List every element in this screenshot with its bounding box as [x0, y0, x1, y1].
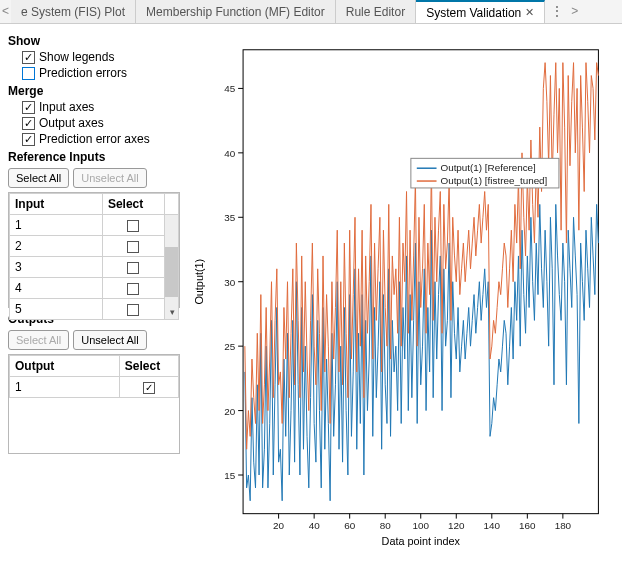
output-axes-checkbox[interactable] — [22, 117, 35, 130]
outputs-select-all-button: Select All — [8, 330, 69, 350]
output-chart: 1520253035404520406080100120140160180Dat… — [188, 32, 614, 565]
ref-inputs-table: Input Select 1▾ 2 3 4 5 — [8, 192, 180, 308]
ref-inputs-select-all-button[interactable]: Select All — [8, 168, 69, 188]
svg-text:15: 15 — [224, 470, 235, 481]
tab-label: System Validation — [426, 6, 521, 20]
input-axes-checkbox[interactable] — [22, 101, 35, 114]
prediction-errors-label: Prediction errors — [39, 66, 127, 80]
pred-err-axes-label: Prediction error axes — [39, 132, 150, 146]
tab-bar: < e System (FIS) Plot Membership Functio… — [0, 0, 622, 24]
col-select-header: Select — [102, 194, 164, 215]
svg-text:45: 45 — [224, 83, 235, 94]
svg-text:60: 60 — [344, 520, 355, 531]
svg-text:Output(1): Output(1) — [193, 259, 205, 305]
input-3-checkbox[interactable] — [127, 262, 139, 274]
output-1-checkbox[interactable] — [143, 382, 155, 394]
outputs-unselect-all-button[interactable]: Unselect All — [73, 330, 146, 350]
close-icon[interactable]: ✕ — [525, 6, 534, 19]
tab-mf-editor[interactable]: Membership Function (MF) Editor — [136, 0, 336, 23]
svg-text:20: 20 — [273, 520, 284, 531]
table-row: 3 — [10, 257, 179, 278]
ref-inputs-header: Reference Inputs — [8, 150, 180, 164]
input-5-checkbox[interactable] — [127, 304, 139, 316]
table-row: 1▾ — [10, 215, 179, 236]
svg-text:40: 40 — [224, 148, 235, 159]
chevron-down-icon[interactable]: ▾ — [165, 307, 179, 319]
input-2-checkbox[interactable] — [127, 241, 139, 253]
svg-text:140: 140 — [484, 520, 501, 531]
input-4-checkbox[interactable] — [127, 283, 139, 295]
tab-overflow-menu[interactable]: ⋮ — [545, 0, 569, 23]
table-row: 2 — [10, 236, 179, 257]
input-1-checkbox[interactable] — [127, 220, 139, 232]
col-output-header: Output — [10, 356, 120, 377]
col-input-header: Input — [10, 194, 103, 215]
tab-rule-editor[interactable]: Rule Editor — [336, 0, 416, 23]
tab-scroll-next[interactable]: > — [569, 0, 580, 23]
input-axes-label: Input axes — [39, 100, 94, 114]
outputs-table: Output Select 1 — [8, 354, 180, 454]
svg-text:20: 20 — [224, 406, 235, 417]
pred-err-axes-checkbox[interactable] — [22, 133, 35, 146]
svg-text:30: 30 — [224, 277, 235, 288]
tab-fis-plot[interactable]: e System (FIS) Plot — [11, 0, 136, 23]
svg-text:80: 80 — [380, 520, 391, 531]
svg-text:Output(1) [Reference]: Output(1) [Reference] — [440, 162, 536, 173]
svg-text:25: 25 — [224, 341, 235, 352]
svg-text:100: 100 — [413, 520, 430, 531]
svg-text:120: 120 — [448, 520, 465, 531]
svg-text:Output(1) [fistree_tuned]: Output(1) [fistree_tuned] — [440, 175, 547, 186]
output-axes-label: Output axes — [39, 116, 104, 130]
tab-system-validation[interactable]: System Validation ✕ — [416, 0, 545, 23]
ref-inputs-unselect-all-button: Unselect All — [73, 168, 146, 188]
svg-text:40: 40 — [309, 520, 320, 531]
show-header: Show — [8, 34, 180, 48]
sidebar: Show Show legends Prediction errors Merg… — [0, 24, 188, 573]
table-row: 4 — [10, 278, 179, 299]
chart-area: 1520253035404520406080100120140160180Dat… — [188, 24, 622, 573]
svg-text:Data point index: Data point index — [382, 535, 461, 547]
col-select-header-out: Select — [119, 356, 178, 377]
svg-text:160: 160 — [519, 520, 536, 531]
scrollbar-thumb[interactable] — [165, 247, 178, 297]
svg-text:180: 180 — [555, 520, 572, 531]
show-legends-checkbox[interactable] — [22, 51, 35, 64]
table-row: 1 — [10, 377, 179, 398]
tab-scroll-prev[interactable]: < — [0, 0, 11, 23]
show-legends-label: Show legends — [39, 50, 114, 64]
merge-header: Merge — [8, 84, 180, 98]
prediction-errors-checkbox[interactable] — [22, 67, 35, 80]
svg-text:35: 35 — [224, 212, 235, 223]
table-row: 5 — [10, 299, 179, 320]
